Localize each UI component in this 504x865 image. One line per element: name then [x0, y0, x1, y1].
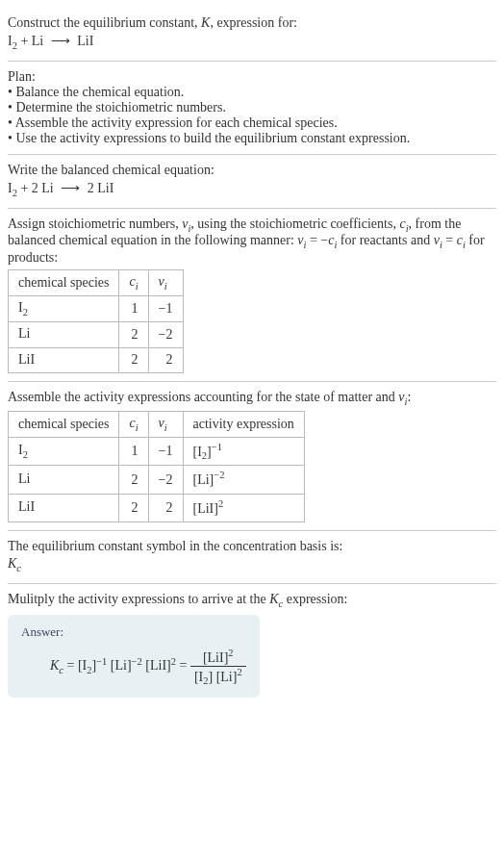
arrow-icon: ⟶: [47, 34, 74, 48]
answer-equation: Kc = [I2]−1 [Li]−2 [LiI]2 = [LiI]2[I2] […: [21, 646, 246, 688]
table-row: Li 2 −2: [9, 321, 184, 347]
activity-table: chemical species ci νi activity expressi…: [8, 411, 305, 522]
th-species: chemical species: [9, 270, 119, 296]
cell-species: LiI: [9, 494, 119, 522]
act-sup: −1: [212, 442, 222, 452]
activity-header: Assemble the activity expressions accoun…: [8, 390, 496, 407]
table-header-row: chemical species ci νi activity expressi…: [9, 412, 305, 438]
cell-species: Li: [9, 466, 119, 494]
cell-nu: 2: [148, 494, 183, 522]
cell-nu: 2: [148, 347, 183, 373]
cell-c: 2: [119, 321, 148, 347]
ans-t2: [Li]: [111, 658, 132, 673]
ans-eq2: =: [176, 658, 190, 673]
bal-rhs: 2 LiI: [84, 181, 113, 195]
th-nui-sub: i: [164, 281, 167, 292]
cell-species: I2: [9, 295, 119, 321]
cell-activity: [I2]−1: [183, 437, 304, 465]
plan-bullet-3: • Assemble the activity expression for e…: [8, 115, 496, 131]
activity-header1: Assemble the activity expressions accoun…: [8, 390, 398, 404]
plan-section: Plan: • Balance the chemical equation. •…: [8, 62, 496, 155]
th-nui-sub: i: [164, 422, 167, 433]
table-row: I2 1 −1 [I2]−1: [9, 437, 305, 465]
stoich-text4: for reactants and: [337, 233, 433, 247]
symbol-section: The equilibrium constant symbol in the c…: [8, 531, 496, 584]
intro-line1: Construct the equilibrium constant,: [8, 15, 201, 30]
answer-box: Answer: Kc = [I2]−1 [Li]−2 [LiI]2 = [LiI…: [8, 615, 260, 698]
spsub: 2: [23, 449, 28, 460]
cell-nu: −2: [148, 466, 183, 494]
fraction: [LiI]2[I2] [Li]2: [190, 648, 246, 686]
cell-activity: [LiI]2: [183, 494, 304, 522]
act-sup: −2: [214, 470, 224, 480]
ans-t3: [LiI]: [145, 658, 170, 673]
cell-species: LiI: [9, 347, 119, 373]
symbol-kc: Kc: [8, 554, 496, 575]
cell-c: 2: [119, 466, 148, 494]
stoich-text1: Assign stoichiometric numbers,: [8, 216, 182, 231]
ans-eq: =: [63, 658, 78, 673]
sp: Li: [18, 326, 30, 341]
stoich-eq1b: = −: [306, 233, 328, 247]
plan-header: Plan:: [8, 69, 496, 85]
stoich-section: Assign stoichiometric numbers, νi, using…: [8, 209, 496, 383]
ans-t1: [I: [78, 658, 87, 673]
symbol-K: K: [8, 556, 16, 571]
num-sup: 2: [228, 648, 233, 658]
cell-nu: −2: [148, 321, 183, 347]
cell-activity: [Li]−2: [183, 466, 304, 494]
den2: [Li]: [216, 669, 238, 683]
table-row: LiI 2 2: [9, 347, 184, 373]
th-ci-sub: i: [136, 422, 139, 433]
multiply-K: K: [269, 592, 278, 606]
intro-line1b: , expression for:: [210, 15, 297, 30]
balanced-section: Write the balanced chemical equation: I2…: [8, 155, 496, 209]
eq-rhs: LiI: [74, 34, 94, 48]
ans-t1sup: −1: [96, 656, 107, 667]
act-sup: 2: [218, 498, 223, 509]
th-nui: νi: [148, 270, 183, 296]
stoich-text2: , using the stoichiometric coefficients,: [190, 216, 399, 231]
eq-plus: + Li: [17, 34, 47, 48]
th-ci-sub: i: [136, 281, 139, 292]
cell-species: I2: [9, 437, 119, 465]
ans-K: K: [50, 658, 59, 673]
multiply-text2: expression:: [283, 592, 347, 606]
frac-den: [I2] [Li]2: [190, 667, 246, 686]
den2sup: 2: [237, 667, 241, 677]
act-base: [LiI]: [193, 501, 218, 516]
stoich-table: chemical species ci νi I2 1 −1 Li 2 −2 L…: [8, 269, 184, 373]
spsub: 2: [23, 307, 28, 318]
intro-section: Construct the equilibrium constant, K, e…: [8, 8, 496, 62]
cell-c: 1: [119, 437, 148, 465]
table-row: Li 2 −2 [Li]−2: [9, 466, 305, 494]
th-ci: ci: [119, 412, 148, 438]
den1: [I: [194, 669, 203, 683]
multiply-section: Mulitply the activity expressions to arr…: [8, 584, 496, 705]
balanced-header: Write the balanced chemical equation:: [8, 163, 496, 178]
table-header-row: chemical species ci νi: [9, 270, 184, 296]
sp: LiI: [18, 352, 35, 367]
stoich-eq2b: =: [442, 233, 457, 247]
plan-bullet-2: • Determine the stoichiometric numbers.: [8, 100, 496, 115]
cell-species: Li: [9, 321, 119, 347]
intro-text: Construct the equilibrium constant, K, e…: [8, 15, 496, 31]
balanced-equation: I2 + 2 Li ⟶ 2 LiI: [8, 178, 496, 200]
bal-plus: + 2 Li: [17, 181, 57, 195]
frac-num: [LiI]2: [190, 648, 246, 667]
sp: Li: [18, 471, 30, 486]
cell-nu: −1: [148, 437, 183, 465]
table-row: LiI 2 2 [LiI]2: [9, 494, 305, 522]
cell-c: 1: [119, 295, 148, 321]
act-base: [Li]: [193, 472, 214, 487]
multiply-text: Mulitply the activity expressions to arr…: [8, 592, 496, 609]
th-species: chemical species: [9, 412, 119, 438]
th-ci: ci: [119, 270, 148, 296]
plan-bullet-1: • Balance the chemical equation.: [8, 85, 496, 100]
arrow-icon: ⟶: [57, 181, 84, 195]
cell-nu: −1: [148, 295, 183, 321]
symbol-c: c: [16, 563, 21, 573]
act-base: [I: [193, 445, 202, 459]
plan-bullet-4: • Use the activity expressions to build …: [8, 131, 496, 146]
num-base: [LiI]: [203, 650, 228, 665]
